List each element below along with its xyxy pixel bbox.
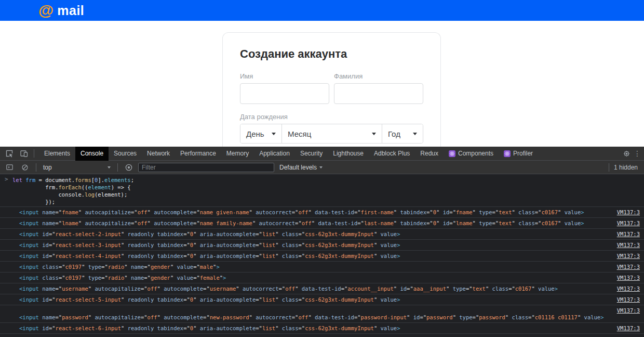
- source-link[interactable]: VM137:3: [617, 230, 640, 238]
- logged-element[interactable]: <input name="username" autocapitalize="o…: [19, 286, 558, 292]
- logo-text: mail: [57, 3, 84, 18]
- source-link[interactable]: VM137:3: [617, 325, 640, 332]
- tab-label: Lighthouse: [333, 150, 364, 157]
- log-levels-select[interactable]: Default levels: [277, 164, 323, 171]
- console-sidebar-icon[interactable]: [3, 162, 16, 173]
- filter-input[interactable]: Filter: [138, 163, 274, 172]
- signup-card: Создание аккаунта Имя Фамилия Дата рожде…: [222, 32, 441, 147]
- browser-page: @ mail Создание аккаунта Имя Фамилия Дат…: [0, 0, 644, 147]
- tab-console[interactable]: Console: [75, 147, 109, 161]
- site-header: @ mail: [0, 0, 644, 21]
- tab-label: Performance: [180, 150, 216, 157]
- divider: [34, 149, 34, 158]
- console-log-row[interactable]: <input id="react-select-6-input" readonl…: [0, 323, 644, 334]
- console-log-row[interactable]: <input name="lname" autocapitalize="off"…: [0, 218, 644, 229]
- source-link[interactable]: VM137:3: [617, 219, 640, 227]
- tab-label: Network: [147, 150, 170, 157]
- first-name-label: Имя: [240, 72, 329, 80]
- hidden-messages-count: 1 hidden: [614, 164, 641, 171]
- dob-select-group: День Месяц Год: [240, 124, 423, 144]
- settings-gear-icon[interactable]: [620, 148, 633, 159]
- source-link[interactable]: VM137:3: [617, 274, 640, 282]
- clear-console-icon[interactable]: [19, 162, 31, 173]
- console-log-row[interactable]: <input id="react-select-3-input" readonl…: [0, 240, 644, 251]
- source-link[interactable]: VM137:3: [617, 241, 640, 249]
- tab-label: Sources: [114, 150, 137, 157]
- tab-elements[interactable]: Elements: [39, 147, 75, 161]
- tab-sources[interactable]: Sources: [109, 147, 142, 161]
- source-link[interactable]: VM137:3: [617, 285, 640, 293]
- last-name-input[interactable]: [334, 83, 423, 104]
- divider: [117, 163, 118, 172]
- tab-label: Security: [300, 150, 323, 157]
- logged-element[interactable]: <input name="fname" autocapitalize="off"…: [19, 209, 584, 215]
- logged-element[interactable]: <input name="password" autocapitalize="o…: [19, 314, 604, 321]
- logged-element[interactable]: <input id="react-select-4-input" readonl…: [19, 253, 400, 259]
- console-prompt-icon: >: [5, 176, 8, 183]
- first-name-input[interactable]: [240, 83, 329, 104]
- tab-redux[interactable]: Redux: [415, 147, 444, 161]
- tab-security[interactable]: Security: [295, 147, 328, 161]
- logged-element[interactable]: <input id="react-select-6-input" readonl…: [19, 325, 400, 331]
- inspect-element-icon[interactable]: [3, 148, 16, 159]
- source-link[interactable]: VM137:3: [617, 252, 640, 260]
- more-options-icon[interactable]: ⋮: [634, 149, 641, 158]
- dob-day-select[interactable]: День: [240, 124, 282, 143]
- console-output[interactable]: >let frm = document.forms[0].elements;fr…: [0, 175, 644, 337]
- tab-application[interactable]: Application: [254, 147, 295, 161]
- chevron-down-icon: [272, 133, 276, 135]
- mailru-logo[interactable]: @ mail: [38, 3, 84, 18]
- tab-profiler[interactable]: Profiler: [499, 147, 538, 161]
- devtools-tabs: ElementsConsoleSourcesNetworkPerformance…: [39, 147, 538, 161]
- dob-day-value: День: [246, 129, 264, 138]
- logged-element[interactable]: <input id="react-select-2-input" readonl…: [19, 231, 400, 237]
- logged-element[interactable]: <input name="lname" autocapitalize="off"…: [19, 220, 584, 226]
- dob-label: Дата рождения: [240, 113, 423, 121]
- console-log-row[interactable]: <input id="react-select-2-input" readonl…: [0, 229, 644, 240]
- console-log-row[interactable]: <input name="fname" autocapitalize="off"…: [0, 207, 644, 218]
- tab-memory[interactable]: Memory: [221, 147, 254, 161]
- console-log-row[interactable]: <input name="username" autocapitalize="o…: [0, 283, 644, 294]
- tab-network[interactable]: Network: [142, 147, 175, 161]
- logged-element[interactable]: <input id="react-select-5-input" readonl…: [19, 296, 400, 303]
- logged-element[interactable]: <input class="c0197" type="radio" name="…: [19, 264, 220, 270]
- divider: [36, 163, 36, 172]
- levels-value: Default levels: [279, 164, 317, 171]
- dob-month-select[interactable]: Месяц: [282, 124, 382, 143]
- chevron-down-icon: [108, 166, 111, 168]
- chevron-down-icon: [413, 133, 417, 135]
- divider: [609, 163, 609, 172]
- logged-element[interactable]: <input class="c0197" type="radio" name="…: [19, 275, 226, 281]
- page-title: Создание аккаунта: [240, 47, 423, 61]
- last-name-label: Фамилия: [334, 72, 423, 80]
- console-log-row[interactable]: <input name="captcha" type="hidden" valu…: [0, 334, 644, 337]
- tab-label: Elements: [44, 150, 70, 157]
- console-log-row[interactable]: <input id="react-select-5-input" readonl…: [0, 294, 644, 305]
- tab-label: Components: [458, 150, 493, 157]
- dob-year-value: Год: [388, 129, 400, 138]
- javascript-context-select[interactable]: top: [41, 164, 113, 171]
- tab-label: Redux: [420, 150, 438, 157]
- tab-performance[interactable]: Performance: [175, 147, 221, 161]
- console-log-row[interactable]: <input id="react-select-4-input" readonl…: [0, 251, 644, 262]
- console-input-echo: >let frm = document.forms[0].elements;fr…: [0, 175, 644, 207]
- source-link[interactable]: VM137:3: [617, 209, 640, 216]
- source-link[interactable]: VM137:3: [617, 307, 640, 315]
- dob-month-value: Месяц: [288, 129, 311, 138]
- react-atom-icon: [449, 150, 455, 157]
- console-log-row[interactable]: <input class="c0197" type="radio" name="…: [0, 273, 644, 283]
- console-log-row[interactable]: <input class="c0197" type="radio" name="…: [0, 262, 644, 273]
- source-link[interactable]: VM137:3: [617, 263, 640, 271]
- react-atom-icon: [504, 150, 511, 157]
- at-icon: @: [38, 3, 53, 18]
- device-toolbar-icon[interactable]: [18, 148, 30, 159]
- source-link[interactable]: VM137:3: [617, 296, 640, 304]
- tab-adblock-plus[interactable]: Adblock Plus: [369, 147, 415, 161]
- logged-element[interactable]: <input id="react-select-3-input" readonl…: [19, 242, 400, 248]
- live-expression-eye-icon[interactable]: [123, 162, 135, 173]
- chevron-down-icon: [372, 133, 376, 135]
- dob-year-select[interactable]: Год: [382, 124, 423, 143]
- tab-components[interactable]: Components: [444, 147, 499, 161]
- tab-lighthouse[interactable]: Lighthouse: [328, 147, 369, 161]
- console-log-row[interactable]: <input name="password" autocapitalize="o…: [0, 305, 644, 323]
